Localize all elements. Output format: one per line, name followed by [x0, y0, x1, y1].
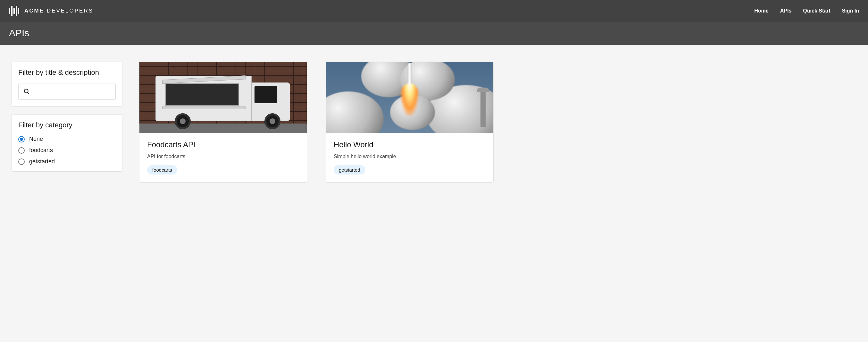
card-title: Foodcarts API — [147, 140, 299, 149]
radio-label: None — [29, 136, 43, 142]
card-image-food-truck — [140, 62, 307, 133]
radio-option-getstarted[interactable]: getstarted — [18, 158, 116, 165]
logo-bars-icon — [9, 5, 19, 17]
main: Filter by title & description Filter by … — [0, 45, 868, 199]
search-icon — [23, 88, 30, 95]
svg-point-0 — [24, 89, 28, 93]
card-tag[interactable]: foodcarts — [147, 165, 177, 174]
radio-option-none[interactable]: None — [18, 136, 116, 142]
nav-sign-in[interactable]: Sign In — [842, 8, 859, 14]
card-title: Hello World — [334, 140, 486, 149]
filter-category-panel: Filter by category None foodcarts getsta… — [11, 114, 122, 172]
radio-label: foodcarts — [29, 147, 53, 154]
nav-apis[interactable]: APIs — [780, 8, 792, 14]
card-description: Simple hello world example — [334, 154, 486, 160]
radio-label: getstarted — [29, 158, 55, 165]
svg-line-1 — [28, 92, 29, 94]
search-input[interactable] — [33, 89, 111, 94]
radio-icon — [18, 136, 25, 142]
radio-icon — [18, 159, 25, 165]
top-nav: Home APIs Quick Start Sign In — [754, 8, 859, 14]
brand-bold: ACME — [24, 8, 44, 14]
card-description: API for foodcarts — [147, 154, 299, 160]
brand-text: ACME DEVELOPERS — [24, 8, 93, 14]
filter-text-panel: Filter by title & description — [11, 62, 122, 107]
launch-tower — [480, 92, 486, 127]
nav-quick-start[interactable]: Quick Start — [803, 8, 830, 14]
filter-text-title: Filter by title & description — [18, 68, 116, 77]
api-card-foodcarts[interactable]: Foodcarts API API for foodcarts foodcart… — [139, 62, 307, 182]
card-tag[interactable]: getstarted — [334, 165, 365, 174]
page-title: APIs — [0, 22, 868, 45]
logo-area[interactable]: ACME DEVELOPERS — [9, 5, 93, 17]
search-field-wrap[interactable] — [18, 83, 116, 100]
sidebar: Filter by title & description Filter by … — [11, 62, 122, 172]
brand-light: DEVELOPERS — [47, 8, 93, 14]
nav-home[interactable]: Home — [754, 8, 768, 14]
filter-category-title: Filter by category — [18, 121, 116, 129]
radio-option-foodcarts[interactable]: foodcarts — [18, 147, 116, 154]
radio-icon — [18, 147, 25, 154]
card-image-rocket-launch — [326, 62, 493, 133]
api-card-grid: Foodcarts API API for foodcarts foodcart… — [139, 62, 494, 182]
api-card-hello-world[interactable]: Hello World Simple hello world example g… — [326, 62, 494, 182]
card-body: Foodcarts API API for foodcarts foodcart… — [140, 133, 307, 182]
header: ACME DEVELOPERS Home APIs Quick Start Si… — [0, 0, 868, 22]
category-radio-list: None foodcarts getstarted — [18, 136, 116, 165]
card-body: Hello World Simple hello world example g… — [326, 133, 493, 182]
rocket-icon — [400, 63, 419, 116]
